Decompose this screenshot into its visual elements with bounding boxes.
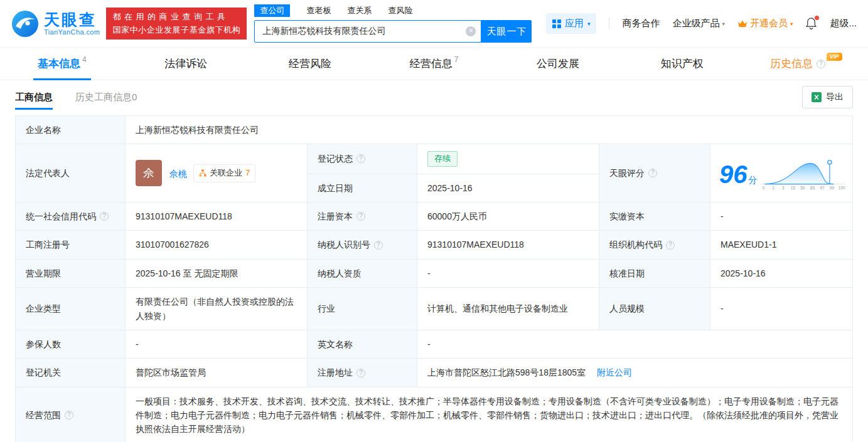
help-icon[interactable]: ?: [356, 212, 365, 221]
reg-capital-label: 注册资本?: [308, 202, 417, 230]
search-tabs: 查公司 查老板 查关系 查风险: [254, 4, 532, 17]
export-button-label: 导出: [826, 92, 844, 103]
search-block: 查公司 查老板 查关系 查风险 × 天眼一下: [254, 4, 532, 43]
reg-status-label: 登记状态?: [308, 144, 417, 174]
notification-bell-icon[interactable]: [805, 17, 817, 30]
tab-legal-proceedings-label: 法律诉讼: [164, 56, 207, 71]
tianyancha-logo[interactable]: 天眼查 TianYanCha.com: [11, 10, 100, 38]
slogan-line1: 都在用的商业查询工具: [112, 11, 240, 23]
business-scope-value: 一般项目：技术服务、技术开发、技术咨询、技术交流、技术转让、技术推广；半导体器件…: [126, 387, 853, 442]
status-badge: 存续: [427, 151, 458, 166]
search-tab-risk[interactable]: 查风险: [388, 5, 412, 16]
crown-icon: [737, 19, 747, 28]
reg-status-value: 存续: [417, 144, 599, 174]
reg-address-value: 上海市普陀区怒江北路598号18层1805室: [427, 367, 586, 377]
score-cell[interactable]: 96 分 0 1 3: [710, 144, 853, 203]
subtab-registration-info[interactable]: 工商信息: [15, 80, 53, 114]
help-icon[interactable]: ?: [65, 411, 73, 419]
search-tab-boss[interactable]: 查老板: [306, 5, 331, 16]
tab-history-info-label: 历史信息: [770, 56, 813, 71]
main-nav-tabs: 基本信息 4 法律诉讼 经营风险 经营信息 7 公司发展 知识产权 历史信息 ?…: [0, 48, 868, 80]
tab-basic-info[interactable]: 基本信息 4: [0, 48, 124, 80]
export-button[interactable]: 导出: [802, 86, 853, 108]
apps-menu-button[interactable]: 应用 ▾: [546, 13, 597, 34]
svg-text:85: 85: [810, 186, 815, 190]
taxpayer-id-value: 91310107MAEXEUD118: [417, 231, 599, 259]
slogan-banner: 都在用的商业查询工具 国家中小企业发展子基金旗下机构: [106, 8, 247, 39]
related-companies-label: 关联企业: [210, 167, 242, 180]
chevron-down-icon: ▾: [790, 21, 793, 27]
tab-basic-info-label: 基本信息: [38, 56, 80, 71]
tab-company-development[interactable]: 公司发展: [496, 48, 620, 80]
tab-intellectual-property-label: 知识产权: [661, 56, 704, 71]
svg-text:50: 50: [800, 186, 805, 190]
vip-badge: VIP: [827, 53, 842, 61]
search-button[interactable]: 天眼一下: [481, 20, 532, 43]
super-vip-link[interactable]: 超级...: [830, 18, 857, 29]
slogan-line2: 国家中小企业发展子基金旗下机构: [112, 24, 240, 36]
subtab-bar: 工商信息 历史工商信息0 导出: [0, 80, 868, 114]
tab-legal-proceedings[interactable]: 法律诉讼: [124, 48, 249, 80]
score-unit: 分: [749, 173, 758, 187]
row-reg-authority: 登记机关 普陀区市场监管局 注册地址? 上海市普陀区怒江北路598号18层180…: [16, 359, 853, 387]
help-icon[interactable]: ?: [100, 212, 109, 221]
english-name-label: 英文名称: [308, 330, 417, 358]
insured-count-value: -: [126, 330, 308, 358]
related-companies-badge[interactable]: 关联企业 7: [193, 164, 255, 182]
help-icon[interactable]: ?: [374, 241, 383, 250]
establish-date-value: 2025-10-16: [417, 174, 599, 202]
open-vip-link[interactable]: 开通会员 ▾: [737, 18, 793, 29]
tab-history-info[interactable]: 历史信息 ? VIP: [744, 48, 868, 80]
taxpayer-quality-label: 纳税人资质: [308, 259, 417, 287]
legal-rep-avatar[interactable]: 佘: [136, 160, 162, 186]
search-tab-relation[interactable]: 查关系: [347, 5, 372, 16]
enterprise-product-label: 企业级产品: [672, 18, 719, 29]
svg-text:97: 97: [820, 186, 825, 190]
divider: [609, 18, 609, 29]
nearby-companies-link[interactable]: 附近公司: [597, 367, 632, 377]
business-cooperation-link[interactable]: 商务合作: [622, 18, 660, 29]
subtab-history-registration-info[interactable]: 历史工商信息0: [75, 80, 137, 114]
business-info-table: 企业名称 上海新恒芯锐科技有限责任公司 法定代表人 佘 佘桃 关联企业: [15, 115, 853, 442]
legal-rep-name-link[interactable]: 佘桃: [169, 169, 187, 179]
approval-date-value: 2025-10-16: [710, 259, 853, 287]
legal-rep-label: 法定代表人: [16, 144, 126, 203]
search-input[interactable]: [262, 26, 466, 36]
help-icon[interactable]: ?: [666, 241, 675, 250]
tab-business-info-count: 7: [454, 55, 459, 64]
row-credit-code: 统一社会信用代码? 91310107MAEXEUD118 注册资本? 60000…: [16, 202, 853, 230]
company-type-value: 有限责任公司（非自然人投资或控股的法人独资）: [126, 288, 308, 330]
related-companies-count: 7: [245, 167, 250, 180]
row-business-term: 营业期限 2025-10-16 至 无固定期限 纳税人资质 - 核准日期 202…: [16, 259, 853, 287]
svg-text:3: 3: [781, 186, 784, 190]
row-business-scope: 经营范围? 一般项目：技术服务、技术开发、技术咨询、技术交流、技术转让、技术推广…: [16, 387, 853, 442]
help-icon[interactable]: ?: [356, 369, 365, 377]
tab-business-info[interactable]: 经营信息 7: [372, 48, 496, 80]
row-company-type: 企业类型 有限责任公司（非自然人投资或控股的法人独资） 行业 计算机、通信和其他…: [16, 288, 853, 330]
org-code-value: MAEXEUD1-1: [710, 231, 853, 259]
help-icon[interactable]: ?: [817, 60, 825, 68]
business-scope-label: 经营范围?: [16, 387, 126, 442]
chevron-down-icon: ▾: [587, 21, 591, 27]
enterprise-product-link[interactable]: 企业级产品 ▾: [672, 18, 725, 29]
tab-operating-risk[interactable]: 经营风险: [248, 48, 372, 80]
help-icon[interactable]: ?: [648, 169, 657, 177]
search-input-wrap: ×: [254, 20, 481, 43]
search-row: × 天眼一下: [254, 20, 532, 43]
paid-capital-value: -: [710, 202, 853, 230]
business-term-label: 营业期限: [16, 259, 126, 287]
apps-grid-icon: [552, 19, 561, 28]
header-actions: 应用 ▾ 商务合作 企业级产品 ▾ 开通会员 ▾ 超级...: [546, 13, 857, 34]
svg-text:100: 100: [838, 186, 845, 190]
clear-search-icon[interactable]: ×: [466, 26, 476, 36]
tab-intellectual-property[interactable]: 知识产权: [620, 48, 744, 80]
reg-address-cell: 上海市普陀区怒江北路598号18层1805室 附近公司: [417, 359, 853, 387]
svg-text:1: 1: [772, 186, 774, 190]
search-tab-company[interactable]: 查公司: [254, 4, 290, 17]
business-term-value: 2025-10-16 至 无固定期限: [126, 259, 308, 287]
svg-text:15: 15: [790, 186, 795, 190]
company-type-label: 企业类型: [16, 288, 126, 330]
help-icon[interactable]: ?: [356, 154, 365, 163]
brand-name: 天眼查: [44, 11, 100, 29]
tab-operating-risk-label: 经营风险: [289, 56, 331, 71]
